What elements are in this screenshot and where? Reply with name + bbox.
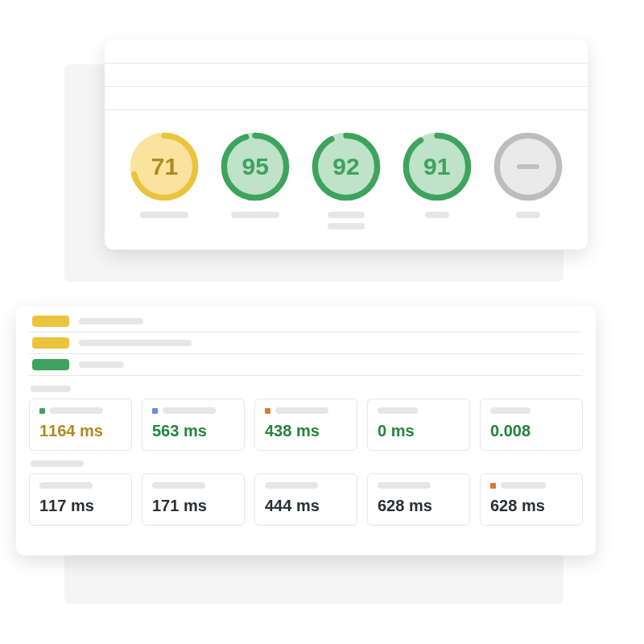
scores-card: 71 95 92	[105, 40, 588, 250]
metric-tile: 117 ms	[29, 473, 132, 526]
status-row	[29, 332, 583, 354]
gauge-col: 92	[309, 130, 383, 229]
metric-value: 171 ms	[152, 497, 234, 515]
metric-value: 438 ms	[265, 422, 347, 440]
gauge-value	[491, 130, 565, 204]
placeholder-bar	[163, 407, 216, 414]
gauge-performance: 71	[127, 130, 201, 204]
gauge-best-practices: 92	[309, 130, 383, 204]
gauge-seo: 91	[400, 130, 474, 204]
gauge-value: 71	[127, 130, 201, 204]
metric-value: 563 ms	[152, 422, 234, 440]
placeholder-bar	[275, 407, 328, 414]
status-row	[29, 311, 583, 332]
metric-value: 0 ms	[378, 422, 460, 440]
status-pill	[32, 337, 69, 349]
metrics-grid-bottom: 117 ms 171 ms 444 ms 628 ms 628 ms	[29, 473, 583, 526]
gauge-row: 71 95 92	[105, 110, 588, 229]
gauge-pwa	[491, 130, 565, 204]
metrics-card: 1164 ms 563 ms 438 ms 0 ms 0.008	[16, 306, 596, 555]
placeholder-bar	[378, 407, 418, 414]
status-pill	[32, 359, 69, 370]
gauge-caption	[425, 212, 449, 218]
gauge-value: 91	[400, 130, 474, 204]
section-label	[31, 386, 581, 392]
gauge-value: 92	[309, 130, 383, 204]
metric-value: 628 ms	[490, 497, 572, 515]
placeholder-bar	[50, 407, 103, 414]
metric-tile: 563 ms	[142, 398, 245, 451]
placeholder-bar	[79, 318, 143, 324]
metric-value: 628 ms	[378, 497, 460, 515]
placeholder-bar	[378, 482, 431, 489]
metric-tile: 0.008	[480, 398, 583, 451]
metric-value: 0.008	[490, 422, 572, 440]
placeholder-bar	[79, 361, 124, 368]
metric-tile: 444 ms	[254, 473, 357, 526]
gauge-caption	[231, 212, 279, 218]
header-row-placeholder	[105, 40, 588, 64]
gauge-col	[491, 130, 565, 218]
metric-tile: 1164 ms	[29, 398, 132, 451]
placeholder-bar	[501, 482, 546, 489]
gauge-col: 95	[218, 130, 292, 218]
gauge-caption	[516, 212, 540, 218]
gauge-caption	[140, 212, 188, 218]
metric-value: 117 ms	[39, 497, 122, 515]
dot-icon	[490, 483, 496, 489]
header-row-placeholder	[105, 64, 588, 87]
dot-icon	[265, 408, 270, 414]
metric-tile: 0 ms	[367, 398, 470, 451]
metric-tile: 628 ms	[367, 473, 470, 526]
section-label	[31, 460, 581, 467]
dot-icon	[39, 408, 45, 414]
status-row	[29, 354, 583, 376]
placeholder-bar	[265, 482, 318, 489]
metric-tile: 628 ms	[480, 473, 583, 526]
dot-icon	[152, 408, 158, 414]
metric-tile: 171 ms	[142, 473, 245, 526]
metric-value: 444 ms	[265, 497, 347, 515]
gauge-col: 91	[400, 130, 474, 218]
placeholder-bar	[79, 340, 192, 346]
status-pill	[32, 316, 69, 327]
gauge-col: 71	[127, 130, 201, 218]
placeholder-bar	[490, 407, 530, 414]
placeholder-bar	[152, 482, 205, 489]
gauge-accessibility: 95	[218, 130, 292, 204]
metrics-grid-top: 1164 ms 563 ms 438 ms 0 ms 0.008	[29, 398, 583, 451]
placeholder-bar	[39, 482, 93, 489]
gauge-caption	[328, 212, 365, 229]
metric-value: 1164 ms	[39, 422, 122, 440]
dash-icon	[517, 164, 539, 169]
metric-tile: 438 ms	[254, 398, 357, 451]
header-row-placeholder	[105, 87, 588, 110]
gauge-value: 95	[218, 130, 292, 204]
